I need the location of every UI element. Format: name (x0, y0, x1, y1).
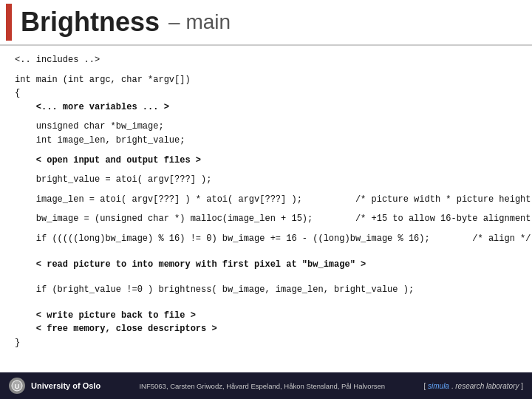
code-spacer (15, 187, 517, 193)
code-content: <.. includes ..> int main (int argc, cha… (0, 46, 532, 355)
code-spacer (15, 271, 517, 277)
header-accent-bar (6, 4, 12, 41)
code-spacer (15, 252, 517, 258)
code-line: bw_image = (unsigned char *) malloc(imag… (15, 212, 517, 226)
code-spacer (15, 277, 517, 283)
code-line: < write picture back to file > (15, 309, 517, 323)
code-line: image_len = atoi( argv[???] ) * atoi( ar… (15, 193, 517, 207)
university-name: University of Oslo (31, 381, 100, 390)
code-line: if (bright_value !=0 ) brightness( bw_im… (15, 283, 517, 297)
simula-label: simula (428, 382, 449, 390)
code-line: <.. includes ..> (15, 53, 517, 67)
code-line: if (((((long)bw_image) % 16) != 0) bw_im… (15, 232, 517, 246)
footer-left: U University of Oslo (9, 378, 100, 394)
code-line: < open input and output files > (15, 154, 517, 168)
page-footer: U University of Oslo INF5063, Carsten Gr… (0, 372, 532, 399)
code-line: < free memory, close descriptors > (15, 322, 517, 336)
code-line: } (15, 336, 517, 350)
code-spacer (15, 167, 517, 173)
svg-text:U: U (15, 383, 20, 390)
code-spacer (15, 148, 517, 154)
code-line: < read picture to into memory with first… (15, 258, 517, 272)
code-spacer (15, 67, 517, 73)
page-subtitle: – main (168, 10, 231, 34)
footer-lab: [ simula . research laboratory ] (423, 382, 523, 390)
code-line: int image_len, bright_value; (15, 134, 517, 148)
code-line: <... more variables ... > (15, 100, 517, 115)
code-spacer (15, 297, 517, 303)
code-line: { (15, 86, 517, 100)
code-spacer (15, 246, 517, 252)
code-spacer (15, 114, 517, 120)
research-label: research laboratory (455, 382, 519, 390)
page-header: Brightness – main (0, 0, 532, 46)
code-spacer (15, 303, 517, 309)
footer-course-info: INF5063, Carsten Griwodz, Håvard Espelan… (108, 382, 416, 390)
page-title: Brightness (21, 7, 160, 38)
code-line: bright_value = atoi( argv[???] ); (15, 173, 517, 187)
university-logo: U (9, 378, 25, 394)
code-spacer (15, 226, 517, 232)
code-spacer (15, 206, 517, 212)
code-line: unsigned char *bw_image; (15, 120, 517, 134)
logo-icon: U (11, 380, 23, 392)
code-line: int main (int argc, char *argv[]) (15, 73, 517, 87)
